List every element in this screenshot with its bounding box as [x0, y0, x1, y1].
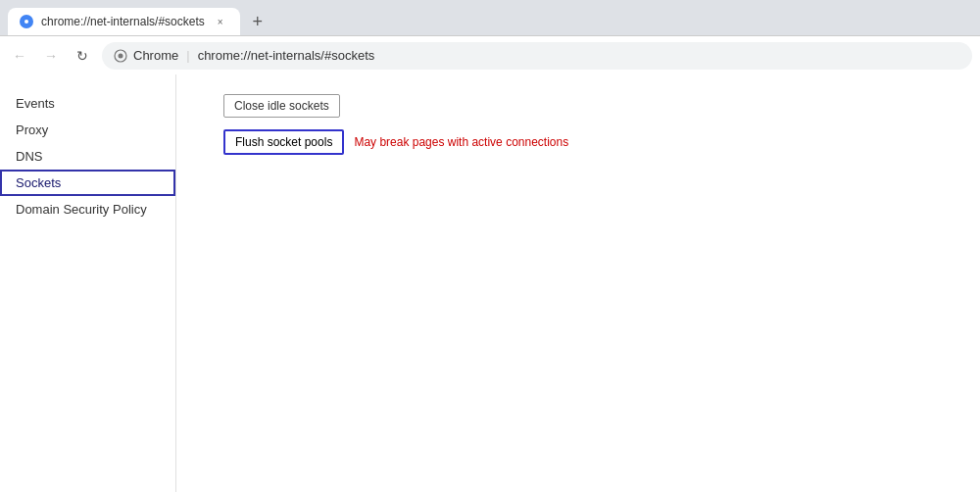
sidebar-item-proxy[interactable]: Proxy: [0, 117, 175, 143]
tab-bar: chrome://net-internals/#sockets × +: [0, 0, 980, 35]
new-tab-button[interactable]: +: [244, 8, 271, 35]
svg-point-3: [119, 53, 123, 58]
page-content: Events Proxy DNS Sockets Domain Security…: [0, 74, 980, 492]
url-brand: Chrome: [133, 48, 178, 63]
flush-warning-text: May break pages with active connections: [354, 135, 568, 149]
tab-close-button[interactable]: ×: [213, 14, 228, 29]
url-address: chrome://net-internals/#sockets: [198, 48, 375, 63]
url-bar[interactable]: Chrome | chrome://net-internals/#sockets: [102, 42, 972, 70]
svg-point-1: [24, 20, 28, 24]
back-button[interactable]: ←: [8, 44, 31, 68]
action-button-list: Close idle sockets Flush socket pools Ma…: [200, 94, 956, 155]
url-divider: |: [186, 48, 189, 63]
sidebar-item-dns[interactable]: DNS: [0, 143, 175, 170]
reload-button[interactable]: ↻: [71, 44, 94, 68]
address-bar: ← → ↻ Chrome | chrome://net-internals/#s…: [0, 35, 980, 74]
forward-button[interactable]: →: [39, 44, 63, 68]
sidebar-item-domain-security-policy[interactable]: Domain Security Policy: [0, 196, 175, 222]
flush-socket-pools-button[interactable]: Flush socket pools: [223, 129, 344, 155]
tab-favicon-icon: [20, 15, 33, 28]
browser-chrome: chrome://net-internals/#sockets × + ← → …: [0, 0, 980, 492]
list-item: Flush socket pools May break pages with …: [223, 129, 956, 155]
sidebar-item-sockets[interactable]: Sockets: [0, 170, 175, 196]
sidebar: Events Proxy DNS Sockets Domain Security…: [0, 74, 176, 492]
list-item: Close idle sockets: [223, 94, 956, 118]
main-content: Close idle sockets Flush socket pools Ma…: [176, 74, 980, 492]
url-security-icon: [114, 49, 127, 63]
browser-tab[interactable]: chrome://net-internals/#sockets ×: [8, 8, 240, 35]
close-idle-sockets-button[interactable]: Close idle sockets: [223, 94, 340, 118]
tab-title: chrome://net-internals/#sockets: [41, 15, 205, 28]
sidebar-item-events[interactable]: Events: [0, 90, 175, 117]
